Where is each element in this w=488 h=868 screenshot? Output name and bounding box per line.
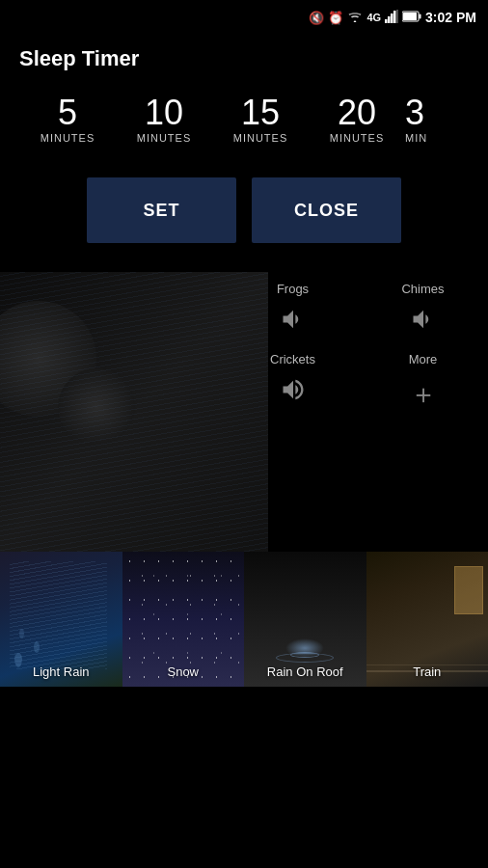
svg-rect-7 [403, 13, 417, 20]
rain-detail [10, 561, 107, 669]
button-row: SET CLOSE [0, 158, 488, 272]
thumbnail-train[interactable]: Train [366, 552, 489, 687]
status-time: 3:02 PM [425, 10, 476, 25]
timer-next-partial: 3 MIN [405, 91, 453, 149]
status-bar: 🔇 ⏰ 4G [0, 0, 488, 35]
timer-number-20: 20 [338, 95, 376, 130]
mute-icon: 🔇 [309, 11, 324, 25]
thumbnail-rain-on-roof-label: Rain On Roof [244, 665, 366, 679]
timer-5min[interactable]: 5 MINUTES [19, 91, 116, 149]
timer-label-5: MINUTES [41, 132, 95, 144]
sound-frogs-volume-icon[interactable] [280, 306, 307, 333]
timer-number-15: 15 [241, 95, 280, 130]
train-window [454, 566, 483, 614]
thumbnails-row: Light Rain Snow Rain On Roof [0, 552, 488, 687]
svg-rect-4 [396, 10, 398, 23]
plus-icon[interactable]: ＋ [410, 376, 437, 413]
sound-crickets-volume-icon[interactable] [278, 376, 309, 403]
timer-10min[interactable]: 10 MINUTES [116, 91, 212, 149]
thumbnail-light-rain-label: Light Rain [0, 665, 122, 679]
timer-number-5: 5 [58, 95, 77, 130]
timer-label-20: MINUTES [330, 132, 385, 144]
battery-icon [402, 11, 421, 25]
sound-more[interactable]: More ＋ [358, 352, 488, 413]
sound-more-label: More [409, 352, 438, 366]
svg-rect-3 [393, 11, 396, 23]
wifi-icon [347, 10, 363, 26]
sound-frogs[interactable]: Frogs [228, 282, 358, 333]
svg-rect-2 [391, 14, 393, 23]
header: Sleep Timer [0, 35, 488, 81]
close-button[interactable]: CLOSE [252, 177, 401, 243]
sound-chimes[interactable]: Chimes [358, 282, 488, 333]
alarm-icon: ⏰ [328, 11, 343, 25]
sound-crickets[interactable]: Crickets [228, 352, 358, 413]
svg-rect-1 [388, 16, 391, 23]
svg-rect-6 [420, 14, 421, 18]
status-icons: 🔇 ⏰ 4G [309, 10, 476, 26]
sound-chimes-volume-icon[interactable] [410, 306, 437, 333]
thumbnail-light-rain[interactable]: Light Rain [0, 552, 122, 687]
water-ripple-2 [290, 652, 319, 658]
timer-number-10: 10 [145, 95, 183, 130]
raindrop-2 [34, 641, 40, 653]
sounds-row-1: Frogs Chimes [228, 272, 488, 333]
svg-rect-0 [385, 19, 388, 23]
sound-chimes-label: Chimes [401, 282, 444, 296]
thumbnail-snow[interactable]: Snow [122, 552, 245, 687]
timer-label-partial: MIN [405, 132, 427, 144]
timer-number-partial: 3 [405, 95, 424, 130]
sounds-panel: Frogs Chimes Crickets More [228, 272, 488, 460]
raindrop-3 [19, 629, 24, 638]
sound-crickets-label: Crickets [270, 352, 315, 366]
thumbnail-train-label: Train [366, 665, 489, 679]
timer-15min[interactable]: 15 MINUTES [212, 91, 309, 149]
sounds-row-2: Crickets More ＋ [228, 333, 488, 413]
thumbnail-snow-label: Snow [122, 665, 245, 679]
timer-label-15: MINUTES [233, 132, 288, 144]
set-button[interactable]: SET [87, 177, 236, 243]
sound-frogs-label: Frogs [277, 282, 309, 296]
signal-4g-icon: 4G [366, 12, 381, 23]
timer-label-10: MINUTES [137, 132, 192, 144]
signal-bars-icon [385, 10, 398, 26]
page-title: Sleep Timer [19, 46, 139, 70]
background-content: Frogs Chimes Crickets More [0, 272, 488, 687]
thumbnail-rain-on-roof[interactable]: Rain On Roof [244, 552, 366, 687]
timer-scroll-area[interactable]: 5 MINUTES 10 MINUTES 15 MINUTES 20 MINUT… [0, 81, 488, 158]
timer-20min[interactable]: 20 MINUTES [309, 91, 405, 149]
